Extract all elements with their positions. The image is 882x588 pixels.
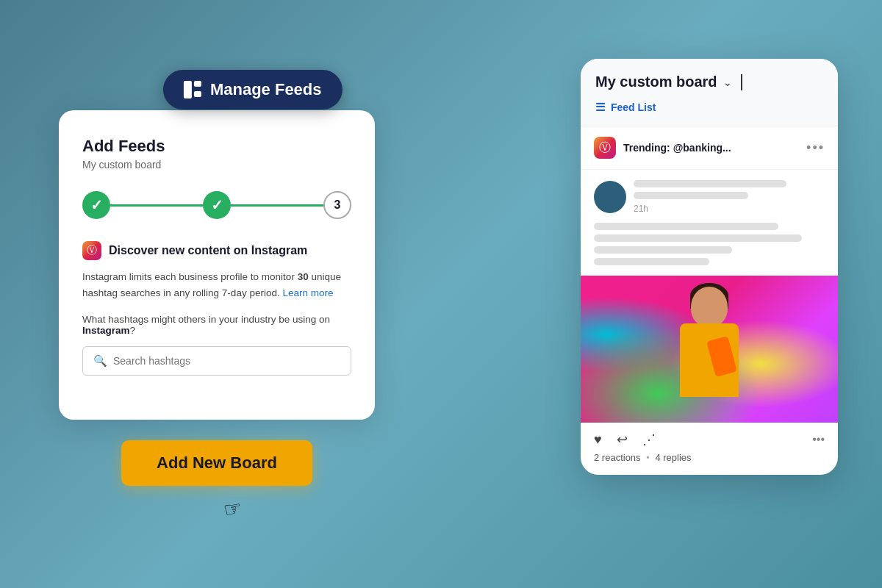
discover-header: Ⓥ Discover new content on Instagram <box>82 241 351 260</box>
trending-left: Ⓥ Trending: @banking... <box>594 137 731 159</box>
text-skeleton-3 <box>594 246 732 254</box>
post-area: Ⓥ Trending: @banking... ••• 21h <box>581 126 838 475</box>
reply-button[interactable]: ↩ <box>617 431 628 448</box>
board-cursor <box>741 74 742 90</box>
board-title: My custom board <box>595 74 717 90</box>
hashtag-question: What hashtags might others in your indus… <box>82 314 351 336</box>
post-meta: 21h <box>594 180 825 214</box>
add-feeds-title: Add Feeds <box>82 137 351 156</box>
discover-title: Discover new content on Instagram <box>109 244 307 257</box>
progress-steps: ✓ ✓ 3 <box>82 191 351 219</box>
manage-feeds-icon <box>184 81 201 98</box>
skeleton-handle <box>634 192 748 199</box>
post-text-skeletons <box>594 223 825 265</box>
post-image <box>581 276 838 423</box>
trending-row: Ⓥ Trending: @banking... ••• <box>581 126 838 170</box>
feed-list-icon: ☰ <box>595 101 605 114</box>
action-icons: ♥ ↩ ⋰ <box>594 431 656 448</box>
step-2: ✓ <box>203 191 231 219</box>
learn-more-link[interactable]: Learn more <box>282 287 333 298</box>
dot-separator: • <box>646 452 650 463</box>
replies-count: 4 replies <box>655 452 691 463</box>
manage-feeds-button[interactable]: Manage Feeds <box>163 70 343 110</box>
skeleton-name <box>634 180 786 187</box>
hashtag-search-box[interactable]: 🔍 <box>82 346 351 376</box>
discover-section: Ⓥ Discover new content on Instagram Inst… <box>82 241 351 376</box>
avatar <box>594 181 626 213</box>
trending-label: Trending: @banking... <box>623 142 731 154</box>
actions-more-button[interactable]: ••• <box>812 433 825 446</box>
board-chevron-icon[interactable]: ⌄ <box>723 76 732 88</box>
post-time: 21h <box>634 204 825 214</box>
search-icon: 🔍 <box>93 354 107 368</box>
trending-instagram-icon: Ⓥ <box>594 137 616 159</box>
post-reactions: 2 reactions • 4 replies <box>581 452 838 475</box>
instagram-icon: Ⓥ <box>82 241 101 260</box>
reactions-count: 2 reactions <box>594 452 641 463</box>
feed-list-label: Feed List <box>611 101 656 113</box>
post-meta-right: 21h <box>634 180 825 214</box>
step-3: 3 <box>323 191 351 219</box>
person-figure <box>665 283 753 423</box>
add-new-board-button[interactable]: Add New Board <box>121 440 312 486</box>
text-skeleton-1 <box>594 223 778 230</box>
right-panel: My custom board ⌄ ☰ Feed List Ⓥ Trending… <box>581 59 838 475</box>
person-head <box>691 287 728 327</box>
step-1: ✓ <box>82 191 110 219</box>
feed-list-tab[interactable]: ☰ Feed List <box>595 101 823 114</box>
board-header: My custom board ⌄ ☰ Feed List <box>581 59 838 126</box>
manage-feeds-label: Manage Feeds <box>210 80 322 99</box>
add-feeds-card: Add Feeds My custom board ✓ ✓ 3 Ⓥ Discov… <box>59 110 375 420</box>
step-line-2 <box>231 204 323 207</box>
like-button[interactable]: ♥ <box>594 432 602 448</box>
step-line-1 <box>110 204 203 207</box>
text-skeleton-4 <box>594 258 709 265</box>
left-panel: Manage Feeds Add Feeds My custom board ✓… <box>59 88 375 420</box>
share-button[interactable]: ⋰ <box>642 431 656 448</box>
post-actions: ♥ ↩ ⋰ ••• <box>581 423 838 452</box>
cursor-icon: ☞ <box>221 495 243 523</box>
text-skeleton-2 <box>594 234 802 242</box>
board-title-row: My custom board ⌄ <box>595 74 823 90</box>
hashtag-search-input[interactable] <box>113 355 340 367</box>
add-feeds-subtitle: My custom board <box>82 159 351 171</box>
trending-more-button[interactable]: ••• <box>806 140 825 156</box>
post-content: 21h <box>581 170 838 265</box>
discover-desc: Instagram limits each business profile t… <box>82 269 351 301</box>
